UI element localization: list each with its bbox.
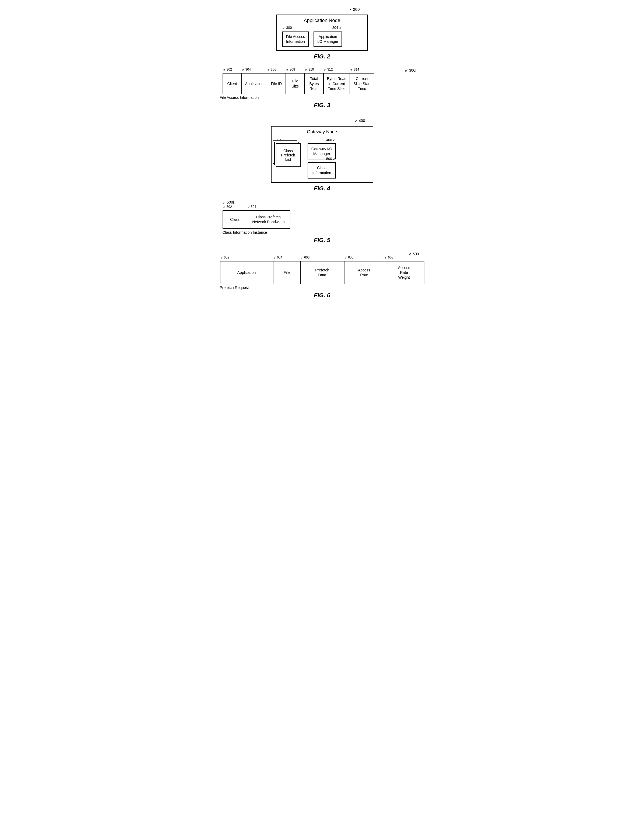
fig3-col-application: ↙ 304 Application <box>242 73 267 94</box>
fig2-box-fileaccess: File Access Information <box>282 32 309 46</box>
fig3-section: ↙ 300i ↙ 302 Client ↙ 304 Application ↙ … <box>220 68 425 109</box>
fig4-title: Gateway Node <box>276 129 368 135</box>
fig2-title: Application Node <box>282 18 362 23</box>
fig6-caption: Prefetch Request <box>220 285 425 290</box>
fig4-right-boxes: 406 ↙ Gateway I/O Mannager 500 ↙ <box>308 143 336 178</box>
fig6-col-file: ↙ 604 File <box>273 261 301 284</box>
fig3-col-client: ↙ 302 Client <box>223 73 242 94</box>
fig3-col-filesize: ↙ 308 FileSize <box>286 73 305 94</box>
fig3-col-slicestart: ↙ 314 CurrentSlice StartTime <box>350 73 374 94</box>
fig4-box-class-info: 500 ↙ Class Information <box>308 162 336 178</box>
fig6-col-application: ↙ 602 Application <box>220 261 273 284</box>
fig3-caption: File Access Information <box>220 95 425 100</box>
fig4-inner: ↙ 402 ClassPrefetchList <box>276 137 368 178</box>
fig3-col-fileid: ↙ 306 File ID <box>267 73 286 94</box>
fig2-box-iomanager: Application I/O Manager <box>314 32 342 46</box>
fig6-col-prefetchdata: ↙ 606 PrefetchData <box>301 261 344 284</box>
fig6-table: ↙ 602 Application ↙ 604 File ↙ 606 Prefe… <box>220 261 425 284</box>
fig2-ref-204: 204 ↙ <box>332 26 342 30</box>
fig2-ref-200: 200 <box>353 7 360 12</box>
fig6-section: ↙ 600 ↙ 602 Application ↙ 604 File ↙ 606… <box>220 252 425 299</box>
fig6-label: FIG. 6 <box>220 292 425 299</box>
fig3-table: ↙ 302 Client ↙ 304 Application ↙ 306 Fil… <box>222 73 375 94</box>
fig6-col-accessrateweight: ↙ 608 AccessRateWeight <box>384 261 424 284</box>
fig5-label: FIG. 5 <box>220 237 425 244</box>
fig4-label: FIG. 4 <box>220 185 425 192</box>
fig5-section: ↙ 500i ↙ 502 Class ↙ 504 Class Prefetch … <box>220 200 425 244</box>
fig5-col-class: ↙ 502 Class <box>223 211 247 228</box>
fig3-col-totalbytes: ↙ 310 TotalBytesRead <box>305 73 324 94</box>
fig6-ref-600: ↙ 600 <box>220 252 425 256</box>
fig4-outer-box: Gateway Node ↙ 402 ClassPrefetchList <box>271 126 373 183</box>
fig5-table: ↙ 502 Class ↙ 504 Class Prefetch Network… <box>222 210 290 229</box>
fig2-diagram: 200 ↙ Application Node ↙ 300 File Access… <box>220 5 425 51</box>
fig2-label: FIG. 2 <box>220 53 425 60</box>
fig4-stack-box: ClassPrefetchList <box>276 143 301 167</box>
fig5-ref-500i: ↙ 500i <box>220 200 234 204</box>
fig4-section: ↙ 400 Gateway Node ↙ 402 ClassPre <box>220 117 425 192</box>
fig2-inner-row: ↙ 300 File Access Information 204 ↙ Appl… <box>282 26 362 46</box>
fig2-outer-box: Application Node ↙ 300 File Access Infor… <box>276 15 368 51</box>
fig3-col-bytescurrent: ↙ 312 Bytes Readin CurrentTime Slice <box>324 73 350 94</box>
fig4-diagram: ↙ 400 Gateway Node ↙ 402 ClassPre <box>220 117 425 183</box>
fig3-label: FIG. 3 <box>220 102 425 109</box>
fig2-section: 200 ↙ Application Node ↙ 300 File Access… <box>220 5 425 60</box>
fig6-col-accessrate: ↙ 606 AccessRate <box>344 261 384 284</box>
fig4-ref-400: ↙ 400 <box>354 118 365 123</box>
fig5-caption: Class Information Instance <box>222 230 267 235</box>
fig2-ref-300: ↙ 300 <box>282 26 292 30</box>
fig5-col-bandwidth: ↙ 504 Class Prefetch Network Bandwidth <box>247 211 290 228</box>
fig3-table-wrap: ↙ 302 Client ↙ 304 Application ↙ 306 Fil… <box>220 73 425 94</box>
